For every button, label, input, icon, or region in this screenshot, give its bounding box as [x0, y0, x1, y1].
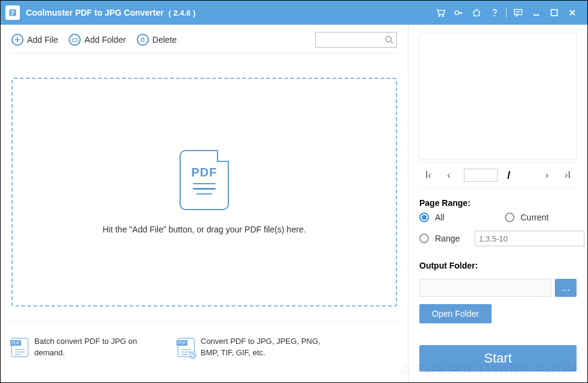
add-file-icon [11, 34, 23, 46]
cart-icon[interactable] [431, 1, 449, 25]
svg-rect-5 [514, 10, 522, 15]
browse-button[interactable]: ... [555, 279, 577, 297]
home-icon[interactable] [468, 1, 486, 25]
output-folder-label: Output Folder: [419, 261, 577, 270]
search-wrap [315, 32, 397, 48]
right-panel: I‹ ‹ / › ›I Page Range: All Current [408, 25, 587, 382]
radio-range[interactable] [419, 234, 429, 243]
search-icon [384, 35, 394, 45]
radio-range-label: Range [435, 234, 469, 243]
toolbar: Add File Add Folder Delete [11, 32, 397, 54]
open-folder-button[interactable]: Open Folder [419, 304, 492, 323]
minimize-icon[interactable] [527, 1, 545, 25]
pager-separator: / [507, 169, 510, 182]
pdf-icon-label: PDF [192, 166, 217, 179]
key-icon[interactable] [449, 1, 468, 25]
page-range-label: Page Range: [419, 198, 577, 208]
pager-first-icon[interactable]: I‹ [423, 170, 434, 181]
add-folder-label: Add Folder [84, 35, 125, 45]
info-formats-text: Convert PDF to JPG, JPEG, PNG, BMP, TIF,… [201, 336, 333, 359]
info-batch: PDF Batch convert PDF to JPG on demand. [11, 336, 167, 359]
svg-point-4 [494, 15, 495, 16]
titlebar: Coolmuster PDF to JPG Converter ( 2.4.6 … [1, 1, 587, 25]
info-row: PDF Batch convert PDF to JPG on demand. … [11, 321, 397, 359]
svg-point-1 [439, 15, 440, 16]
svg-point-3 [455, 11, 458, 14]
feedback-icon[interactable] [509, 1, 527, 25]
pager-page-input[interactable] [464, 169, 498, 182]
delete-icon [137, 34, 149, 46]
left-panel: Add File Add Folder Delete [1, 25, 408, 382]
pager: I‹ ‹ / › ›I [419, 162, 577, 188]
range-input[interactable] [475, 231, 584, 246]
pager-next-icon[interactable]: › [542, 170, 552, 181]
dropzone-hint: Hit the "Add File" button, or drag your … [102, 225, 306, 234]
radio-current-label: Current [521, 213, 554, 222]
info-formats: PDF Convert PDF to JPG, JPEG, PNG, BMP, … [178, 336, 333, 359]
preview-area [419, 33, 577, 160]
dropzone[interactable]: PDF Hit the "Add File" button, or drag y… [11, 78, 397, 307]
output-folder-input[interactable] [419, 279, 551, 297]
pdf-batch-icon: PDF [11, 338, 28, 357]
app-version: ( 2.4.6 ) [169, 8, 196, 17]
pdf-convert-icon: PDF [178, 338, 195, 357]
start-button[interactable]: Start [419, 345, 577, 372]
pager-prev-icon[interactable]: ‹ [443, 170, 454, 181]
add-folder-button[interactable]: Add Folder [69, 34, 125, 46]
close-icon[interactable] [563, 1, 581, 25]
pager-last-icon[interactable]: ›I [562, 170, 573, 181]
svg-point-7 [386, 36, 392, 42]
app-title: Coolmuster PDF to JPG Converter [26, 8, 164, 17]
maximize-icon[interactable] [545, 1, 563, 25]
delete-label: Delete [152, 35, 177, 45]
delete-button[interactable]: Delete [137, 34, 177, 46]
pdf-file-icon: PDF [180, 150, 229, 210]
svg-rect-6 [551, 10, 557, 16]
app-window: Coolmuster PDF to JPG Converter ( 2.4.6 … [0, 0, 588, 383]
radio-all[interactable] [419, 213, 429, 222]
help-icon[interactable] [486, 1, 504, 25]
svg-point-2 [442, 15, 443, 16]
add-folder-icon [69, 34, 81, 46]
radio-all-label: All [435, 213, 469, 222]
add-file-label: Add File [27, 35, 58, 45]
app-logo-icon [5, 5, 20, 20]
add-file-button[interactable]: Add File [11, 34, 58, 46]
titlebar-separator [506, 7, 507, 18]
radio-current[interactable] [505, 213, 514, 222]
info-batch-text: Batch convert PDF to JPG on demand. [34, 336, 167, 359]
